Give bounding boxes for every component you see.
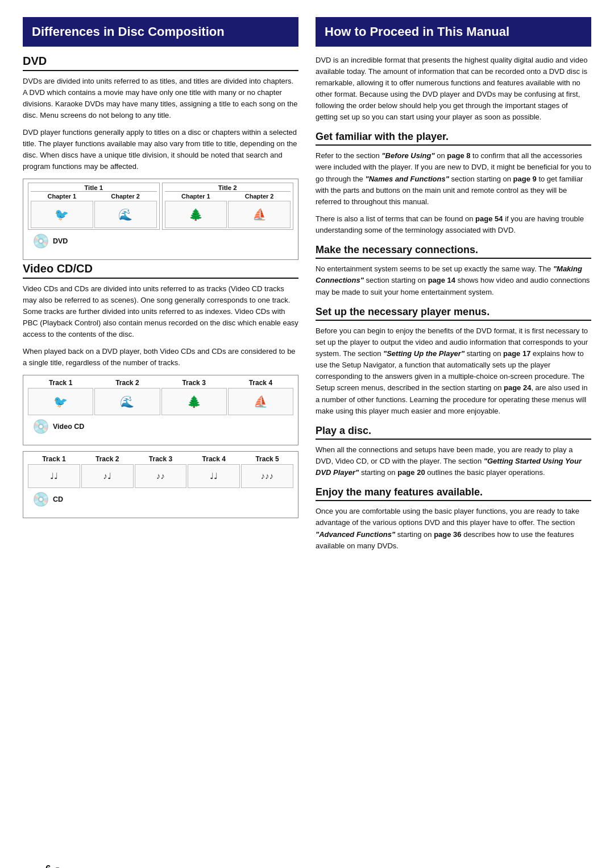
play-disc-section: Play a disc. When all the connections an… xyxy=(316,425,591,478)
ef-p1-mid: starting on xyxy=(395,530,434,539)
videocd-track1-header: Track 1 xyxy=(28,379,93,387)
left-section-title: Differences in Disc Composition xyxy=(32,24,225,39)
get-familiar-para2: There is also a list of terms that can b… xyxy=(316,213,591,236)
cd-tracks-header: Track 1 Track 2 Track 3 Track 4 Track 5 xyxy=(28,455,293,463)
enjoy-features-heading: Enjoy the many features available. xyxy=(316,486,591,501)
videocd-para1: Video CDs and CDs are divided into units… xyxy=(23,283,298,341)
videocd-disc-label: Video CD xyxy=(53,423,84,431)
get-familiar-section: Get familiar with the player. Refer to t… xyxy=(316,131,591,236)
gf-p2-pre: There is also a list of terms that can b… xyxy=(316,214,475,223)
dvd-title2-label: Title 2 xyxy=(165,184,291,192)
make-connections-para1: No entertainment system seems to be set … xyxy=(316,263,591,297)
gf-p1-bold: page 8 xyxy=(447,151,470,160)
videocd-heading: Video CD/CD xyxy=(23,262,298,279)
ef-p1-bold: page 36 xyxy=(434,530,461,539)
sm-p1-bold: page 17 xyxy=(503,349,530,358)
videocd-track1-img: 🐦 xyxy=(28,388,93,415)
dvd-diagram: Title 1 Chapter 1 🐦 Chapter 2 🌊 xyxy=(23,179,298,260)
left-column: Differences in Disc Composition DVD DVDs… xyxy=(23,17,298,557)
play-disc-heading: Play a disc. xyxy=(316,425,591,440)
make-connections-heading: Make the necessary connections. xyxy=(316,244,591,259)
enjoy-features-section: Enjoy the many features available. Once … xyxy=(316,486,591,552)
cd-track2-header: Track 2 xyxy=(81,455,134,463)
dvd-diagram-group: Title 1 Chapter 1 🐦 Chapter 2 🌊 xyxy=(28,183,293,230)
sm-p1-mid: starting on xyxy=(464,349,503,358)
setup-menus-section: Set up the necessary player menus. Befor… xyxy=(316,306,591,417)
pd-p1-post: outlines the basic player operations. xyxy=(425,468,545,477)
pd-p1-mid: starting on xyxy=(359,468,397,477)
videocd-track3-header: Track 3 xyxy=(161,379,227,387)
videocd-track-imgs: 🐦 🌊 🌲 ⛵ xyxy=(28,388,293,415)
right-intro: DVD is an incredible format that present… xyxy=(316,55,591,123)
dvd-title1-label: Title 1 xyxy=(31,184,157,192)
cd-diagram: Track 1 Track 2 Track 3 Track 4 Track 5 … xyxy=(23,451,298,518)
mc-p1-bold: page 14 xyxy=(428,276,455,284)
gf-p1-bold2: page 9 xyxy=(513,175,537,183)
dvd-disc-label: DVD xyxy=(53,237,68,245)
dvd-title1-chapters: Chapter 1 🐦 Chapter 2 🌊 xyxy=(31,193,157,228)
dvd-t2ch1-col: Chapter 1 🌲 xyxy=(165,193,227,228)
videocd-tracks-header: Track 1 Track 2 Track 3 Track 4 xyxy=(28,379,293,387)
cd-track5-img: ♪♪♪ xyxy=(241,464,293,488)
cd-disc-label: CD xyxy=(53,495,63,503)
ef-p1-italic: "Advanced Functions" xyxy=(316,530,395,539)
page-layout: Differences in Disc Composition DVD DVDs… xyxy=(23,17,591,557)
dvd-section: DVD DVDs are divided into units referred… xyxy=(23,55,298,260)
videocd-track3-img: 🌲 xyxy=(161,388,227,415)
sm-p1-bold2: page 24 xyxy=(504,383,531,392)
videocd-para2: When played back on a DVD player, both V… xyxy=(23,346,298,369)
enjoy-features-para1: Once you are comfortable using the basic… xyxy=(316,506,591,552)
mc-p1-pre: No entertainment system seems to be set … xyxy=(316,264,553,273)
dvd-ch1-label: Chapter 1 xyxy=(31,193,93,200)
get-familiar-para1: Refer to the section "Before Using" on p… xyxy=(316,150,591,208)
footer: 6 En xyxy=(45,863,63,868)
dvd-t2ch2-col: Chapter 2 ⛵ xyxy=(228,193,291,228)
gf-p1-italic2: "Names and Functions" xyxy=(365,175,449,183)
cd-track4-header: Track 4 xyxy=(188,455,240,463)
page-number: 6 xyxy=(45,863,51,868)
get-familiar-heading: Get familiar with the player. xyxy=(316,131,591,146)
dvd-t2ch2-label: Chapter 2 xyxy=(228,193,291,200)
right-column: How to Proceed in This Manual DVD is an … xyxy=(316,17,591,557)
dvd-heading: DVD xyxy=(23,55,298,71)
ef-p1-pre: Once you are comfortable using the basic… xyxy=(316,507,579,527)
cd-track3-img: ♪♪ xyxy=(135,464,187,488)
setup-menus-para1: Before you can begin to enjoy the benefi… xyxy=(316,325,591,417)
setup-menus-heading: Set up the necessary player menus. xyxy=(316,306,591,321)
mc-p1-post: section starting on xyxy=(364,276,428,284)
videocd-track4-header: Track 4 xyxy=(228,379,293,387)
cd-track1-header: Track 1 xyxy=(28,455,80,463)
videocd-disc-icon-row: 💿 Video CD xyxy=(32,419,293,435)
cd-track3-header: Track 3 xyxy=(135,455,187,463)
gf-p2-bold: page 54 xyxy=(475,214,503,223)
sm-p1-italic: "Setting Up the Player" xyxy=(383,349,464,358)
gf-p1-mid: on xyxy=(435,151,447,160)
right-section-title: How to Proceed in This Manual xyxy=(325,24,509,39)
cd-disc-icon: 💿 xyxy=(32,491,49,507)
cd-track-imgs: ♩♩ ♪♩ ♪♪ ♩♩ ♪♪♪ xyxy=(28,464,293,488)
cd-track4-img: ♩♩ xyxy=(188,464,240,488)
right-section-header: How to Proceed in This Manual xyxy=(316,17,591,47)
dvd-ch2-label: Chapter 2 xyxy=(94,193,157,200)
make-connections-section: Make the necessary connections. No enter… xyxy=(316,244,591,297)
dvd-ch1-img: 🐦 xyxy=(31,201,93,228)
page-wrapper: Differences in Disc Composition DVD DVDs… xyxy=(23,17,591,868)
left-section-header: Differences in Disc Composition xyxy=(23,17,298,47)
dvd-t2ch1-label: Chapter 1 xyxy=(165,193,227,200)
dvd-para1: DVDs are divided into units referred to … xyxy=(23,76,298,122)
dvd-ch1-col: Chapter 1 🐦 xyxy=(31,193,93,228)
dvd-t2ch2-img: ⛵ xyxy=(228,201,291,228)
videocd-track4-img: ⛵ xyxy=(228,388,293,415)
dvd-title2-chapters: Chapter 1 🌲 Chapter 2 ⛵ xyxy=(165,193,291,228)
gf-p1-post2: section starting on xyxy=(449,175,513,183)
cd-track5-header: Track 5 xyxy=(241,455,293,463)
dvd-title1-section: Title 1 Chapter 1 🐦 Chapter 2 🌊 xyxy=(28,183,160,230)
dvd-para2: DVD player functions generally apply to … xyxy=(23,127,298,173)
play-disc-para1: When all the connections and setups have… xyxy=(316,444,591,478)
dvd-title2-section: Title 2 Chapter 1 🌲 Chapter 2 ⛵ xyxy=(162,183,294,230)
videocd-section: Video CD/CD Video CDs and CDs are divide… xyxy=(23,262,298,518)
videocd-track2-header: Track 2 xyxy=(94,379,160,387)
pd-p1-bold: page 20 xyxy=(397,468,425,477)
cd-track1-img: ♩♩ xyxy=(28,464,80,488)
dvd-disc-icon: 💿 xyxy=(32,233,49,249)
